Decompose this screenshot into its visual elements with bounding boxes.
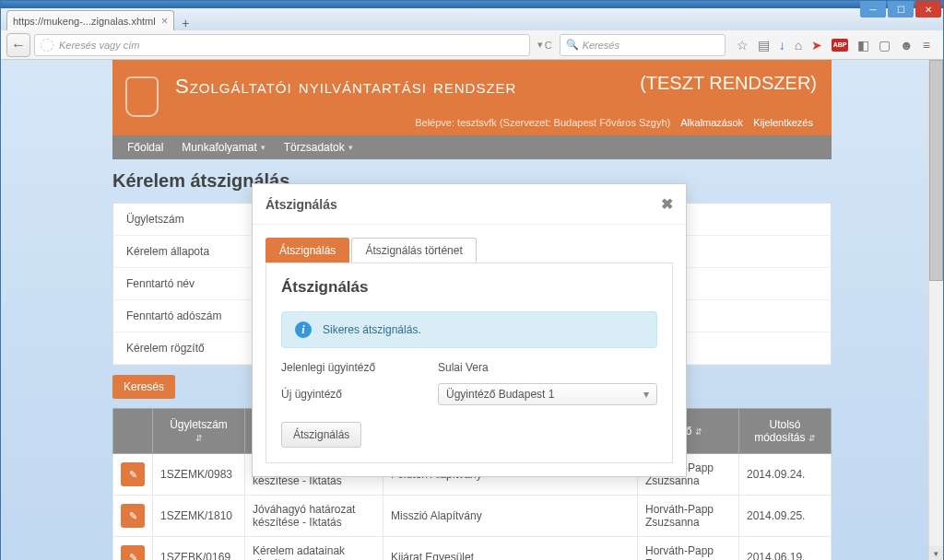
menu-masterdata[interactable]: Törzsadatok xyxy=(277,135,360,159)
scroll-down-icon[interactable]: ▾ xyxy=(929,546,943,560)
modal-title: Átszignálás xyxy=(266,197,337,212)
cell-datum: 2014.09.24. xyxy=(739,454,832,496)
notes-icon[interactable]: ▢ xyxy=(879,38,891,52)
send-icon[interactable]: ➤ xyxy=(811,38,822,52)
row-edit-button[interactable]: ✎ xyxy=(121,504,145,528)
reload-button[interactable]: C xyxy=(545,40,552,51)
cell-ugylet: 1SZEBK/0169 xyxy=(153,537,245,561)
window-close-button[interactable]: ✕ xyxy=(915,1,941,18)
page-scrollbar[interactable]: ▴ ▾ xyxy=(928,60,943,560)
modal-section-title: Átszignálás xyxy=(281,278,657,297)
scrollbar-thumb[interactable] xyxy=(929,60,943,281)
menu-workflow[interactable]: Munkafolyamat xyxy=(174,135,272,159)
cell-fenntarto: Misszió Alapítvány xyxy=(384,496,638,537)
tab-title: https://mukeng-...zignalas.xhtml xyxy=(13,16,156,27)
main-menu: Főoldal Munkafolyamat Törzsadatok xyxy=(112,135,832,159)
window-minimize-button[interactable]: ─ xyxy=(860,1,886,18)
col-modositas[interactable]: Utolsó módosítás ⇵ xyxy=(739,409,832,454)
history-dropdown-icon[interactable]: ▾ xyxy=(537,39,543,51)
table-row: ✎1SZEMK/1810Jóváhagyó határozat készítés… xyxy=(113,496,832,537)
info-icon: i xyxy=(295,321,312,338)
current-agent-label: Jelenlegi ügyintéző xyxy=(281,361,438,374)
row-edit-button[interactable]: ✎ xyxy=(121,462,145,486)
globe-icon xyxy=(41,39,53,52)
sidebar-icon[interactable]: ◧ xyxy=(857,38,869,52)
link-logout[interactable]: Kijelentkezés xyxy=(753,117,813,128)
table-row: ✎1SZEBK/0169Kérelem adatainak rögzítéseK… xyxy=(113,537,832,561)
cell-intezo: Horváth-Papp Zsuzsanna xyxy=(638,496,739,537)
abp-icon[interactable]: ABP xyxy=(832,39,848,52)
menu-icon[interactable]: ≡ xyxy=(923,38,930,52)
system-label: (TESZT RENDSZER) xyxy=(640,73,817,94)
new-agent-dropdown[interactable]: Ügyintéző Budapest 1 xyxy=(438,383,657,405)
browser-nav-bar: ← Keresés vagy cím ▾ C 🔍 Keresés ☆ ▤ ↓ ⌂… xyxy=(1,30,943,60)
window-titlebar: ─ ☐ ✕ xyxy=(1,1,943,8)
download-icon[interactable]: ↓ xyxy=(779,38,785,52)
cell-ugylet: 1SZEMK/0983 xyxy=(153,454,245,496)
browser-tab[interactable]: https://mukeng-...zignalas.xhtml × xyxy=(6,10,174,30)
cell-ugylet: 1SZEMK/1810 xyxy=(153,496,245,537)
browser-tabs-bar: https://mukeng-...zignalas.xhtml × + xyxy=(1,8,943,30)
modal-tab-history[interactable]: Átszignálás történet xyxy=(351,238,476,262)
chat-icon[interactable]: ☻ xyxy=(900,38,914,52)
new-tab-button[interactable]: + xyxy=(174,16,196,30)
url-placeholder: Keresés vagy cím xyxy=(59,40,139,51)
info-message: i Sikeres átszignálás. xyxy=(281,311,657,348)
cell-datum: 2014.09.25. xyxy=(739,496,832,537)
search-placeholder: Keresés xyxy=(583,40,620,51)
current-agent-value: Sulai Vera xyxy=(438,361,489,374)
home-icon[interactable]: ⌂ xyxy=(795,38,802,52)
tab-close-icon[interactable]: × xyxy=(161,14,169,28)
search-button[interactable]: Keresés xyxy=(112,375,175,399)
reader-icon[interactable]: ▤ xyxy=(758,38,770,52)
url-bar[interactable]: Keresés vagy cím xyxy=(34,34,530,56)
window-maximize-button[interactable]: ☐ xyxy=(888,1,914,18)
link-apps[interactable]: Alkalmazások xyxy=(680,117,743,128)
browser-search-bar[interactable]: 🔍 Keresés xyxy=(560,34,726,56)
new-agent-label: Új ügyintéző xyxy=(281,388,438,401)
cell-datum: 2014.06.19. xyxy=(739,537,832,561)
info-text: Sikeres átszignálás. xyxy=(323,323,421,336)
reassign-button[interactable]: Átszignálás xyxy=(281,422,361,448)
app-header: Szolgáltatói nyilvántartási rendszer (TE… xyxy=(112,60,832,135)
menu-home[interactable]: Főoldal xyxy=(120,135,171,159)
bookmark-star-icon[interactable]: ☆ xyxy=(737,38,749,52)
crest-icon xyxy=(125,76,159,117)
cell-fenntarto: Kijárat Egyesület xyxy=(384,537,638,561)
reassign-modal: Átszignálás ✖ Átszignálás Átszignálás tö… xyxy=(252,183,687,477)
back-button[interactable]: ← xyxy=(6,33,30,57)
modal-tab-reassign[interactable]: Átszignálás xyxy=(266,238,349,262)
search-icon: 🔍 xyxy=(566,39,579,51)
cell-allapot: Kérelem adatainak rögzítése xyxy=(245,537,384,561)
cell-intezo: Horváth-Papp Zsuzsanna xyxy=(638,537,739,561)
col-action xyxy=(113,409,153,454)
modal-close-icon[interactable]: ✖ xyxy=(661,195,673,213)
row-edit-button[interactable]: ✎ xyxy=(121,545,145,560)
login-info: Belépve: tesztsvfk (Szervezet: Budapest … xyxy=(415,117,670,128)
cell-allapot: Jóváhagyó határozat készítése - Iktatás xyxy=(245,496,384,537)
col-ugyletszam[interactable]: Ügyletszám⇵ xyxy=(153,409,245,454)
